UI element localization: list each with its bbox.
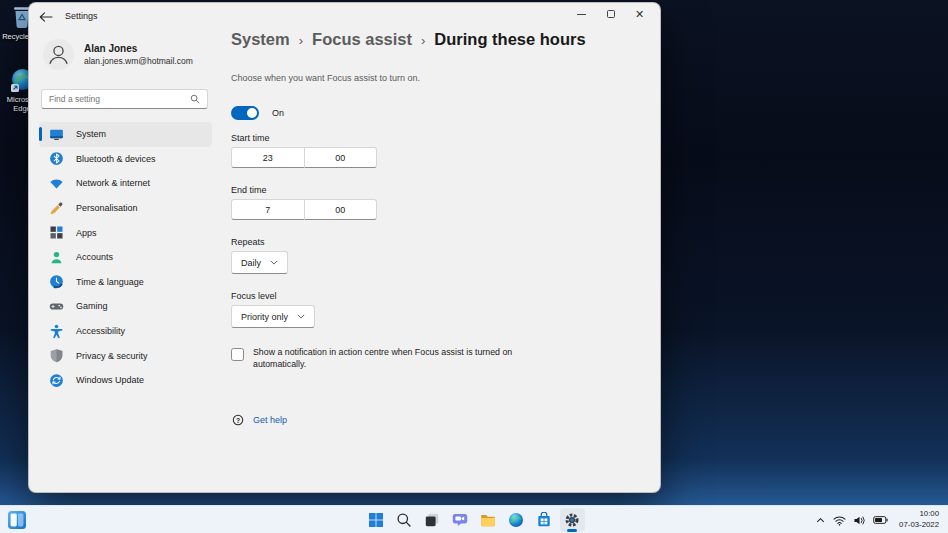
focus-level-label: Focus level <box>231 291 277 301</box>
sidebar-item-label: Accounts <box>76 252 113 262</box>
chevron-up-icon <box>815 515 826 526</box>
repeats-value: Daily <box>241 258 261 268</box>
settings-gear-icon <box>564 512 580 528</box>
get-help-link[interactable]: Get help <box>253 415 287 425</box>
tray-chevron-button[interactable] <box>815 515 826 526</box>
back-button[interactable] <box>39 9 57 25</box>
breadcrumb-focus-assist[interactable]: Focus assist <box>312 30 412 49</box>
sidebar-item-label: Privacy & security <box>76 351 148 361</box>
task-view-icon <box>424 512 440 528</box>
file-explorer-button[interactable] <box>476 508 501 532</box>
clock-globe-icon <box>49 274 64 289</box>
start-time-picker: 23 00 <box>231 147 377 168</box>
settings-window: Settings ✕ Alan Jones alan.jones.wm@hotm… <box>28 2 661 493</box>
start-time-label: Start time <box>231 133 270 143</box>
notification-checkbox[interactable] <box>231 348 244 361</box>
sidebar-item-label: Network & internet <box>76 178 150 188</box>
settings-search <box>41 89 208 109</box>
breadcrumb-system[interactable]: System <box>231 30 290 49</box>
minimize-icon <box>577 14 586 15</box>
edge-icon <box>508 512 524 528</box>
sidebar-item-label: System <box>76 129 106 139</box>
search-icon <box>396 512 412 528</box>
gamepad-icon <box>49 299 64 314</box>
taskbar-clock[interactable]: 10:00 07-03-2022 <box>899 509 939 530</box>
window-title: Settings <box>65 11 98 21</box>
bluetooth-icon <box>49 151 64 166</box>
sidebar-item-label: Time & language <box>76 277 144 287</box>
wifi-icon <box>833 515 846 526</box>
sidebar-item-label: Gaming <box>76 301 108 311</box>
sidebar-item-accessibility[interactable]: Accessibility <box>39 319 212 344</box>
end-minute-input[interactable]: 00 <box>304 199 378 220</box>
sidebar-item-label: Windows Update <box>76 375 144 385</box>
wifi-icon <box>49 176 64 191</box>
page-description: Choose when you want Focus assist to tur… <box>231 73 420 83</box>
sidebar-item-time-language[interactable]: Time & language <box>39 270 212 295</box>
end-time-label: End time <box>231 185 267 195</box>
sidebar-item-accounts[interactable]: Accounts <box>39 245 212 270</box>
sidebar-item-gaming[interactable]: Gaming <box>39 294 212 319</box>
store-button[interactable] <box>532 508 557 532</box>
minimize-button[interactable] <box>567 3 596 25</box>
apps-grid-icon <box>49 225 64 240</box>
svg-text:?: ? <box>236 417 240 424</box>
task-view-button[interactable] <box>420 508 445 532</box>
close-button[interactable]: ✕ <box>625 3 654 25</box>
tray-battery-button[interactable] <box>873 515 888 525</box>
chat-button[interactable] <box>448 508 473 532</box>
help-icon: ? <box>232 414 244 426</box>
taskbar: 10:00 07-03-2022 <box>0 505 948 533</box>
start-minute-input[interactable]: 00 <box>304 147 378 168</box>
chevron-down-icon <box>270 260 278 265</box>
sidebar-item-apps[interactable]: Apps <box>39 220 212 245</box>
page-title: During these hours <box>434 30 585 49</box>
sidebar-item-personalisation[interactable]: Personalisation <box>39 196 212 221</box>
repeats-dropdown[interactable]: Daily <box>231 251 288 274</box>
search-input[interactable] <box>49 94 190 104</box>
accessibility-icon <box>49 324 64 339</box>
focus-assist-toggle[interactable] <box>231 106 259 120</box>
start-icon <box>368 512 384 528</box>
chat-icon <box>452 512 468 528</box>
update-icon <box>49 373 64 388</box>
sidebar-item-system[interactable]: System <box>39 122 212 147</box>
store-icon <box>536 512 552 528</box>
selected-indicator <box>39 127 42 141</box>
focus-level-dropdown[interactable]: Priority only <box>231 305 315 328</box>
tray-network-button[interactable] <box>833 515 846 526</box>
repeats-label: Repeats <box>231 237 265 247</box>
sidebar-item-network-internet[interactable]: Network & internet <box>39 171 212 196</box>
sidebar-item-windows-update[interactable]: Windows Update <box>39 368 212 393</box>
end-hour-input[interactable]: 7 <box>231 199 305 220</box>
start-button[interactable] <box>364 508 389 532</box>
sidebar-item-bluetooth-devices[interactable]: Bluetooth & devices <box>39 147 212 172</box>
start-hour-input[interactable]: 23 <box>231 147 305 168</box>
back-arrow-icon <box>39 11 53 23</box>
settings-button[interactable] <box>560 508 585 532</box>
profile-name: Alan Jones <box>84 43 193 54</box>
toggle-state-label: On <box>272 108 284 118</box>
monitor-icon <box>49 127 64 142</box>
notification-checkbox-label: Show a notification in action centre whe… <box>253 347 537 371</box>
sidebar-item-privacy-security[interactable]: Privacy & security <box>39 343 212 368</box>
edge-button[interactable] <box>504 508 529 532</box>
sidebar-item-label: Apps <box>76 228 97 238</box>
breadcrumb: System › Focus assist › During these hou… <box>231 30 586 49</box>
person-avatar-icon <box>43 39 74 70</box>
chevron-down-icon <box>297 314 305 319</box>
search-icon <box>190 94 200 104</box>
sidebar-item-label: Bluetooth & devices <box>76 154 156 164</box>
tray-date: 07-03-2022 <box>899 520 939 531</box>
person-icon <box>49 250 64 265</box>
user-profile[interactable]: Alan Jones alan.jones.wm@hotmail.com <box>43 39 193 70</box>
tray-time: 10:00 <box>899 509 939 520</box>
end-time-picker: 7 00 <box>231 199 377 220</box>
shield-icon <box>49 348 64 363</box>
maximize-icon <box>607 10 615 18</box>
chevron-right-icon: › <box>299 32 303 48</box>
maximize-button[interactable] <box>596 3 625 25</box>
battery-icon <box>873 515 888 525</box>
taskbar-search-button[interactable] <box>392 508 417 532</box>
tray-volume-button[interactable] <box>853 515 866 526</box>
